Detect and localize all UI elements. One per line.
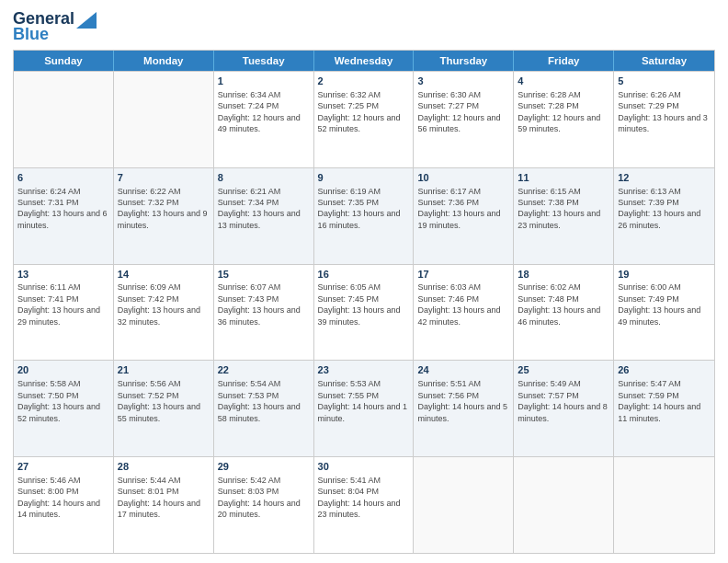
day-number: 9 <box>318 171 410 185</box>
day-number: 19 <box>618 268 711 282</box>
day-number: 16 <box>318 268 410 282</box>
cell-info: Sunrise: 6:05 AM Sunset: 7:45 PM Dayligh… <box>318 282 401 326</box>
calendar-cell: 3Sunrise: 6:30 AM Sunset: 7:27 PM Daylig… <box>414 72 514 167</box>
logo-icon <box>76 12 97 29</box>
day-number: 7 <box>118 171 210 185</box>
day-number: 20 <box>17 363 109 377</box>
cell-info: Sunrise: 6:26 AM Sunset: 7:29 PM Dayligh… <box>618 90 708 133</box>
cell-info: Sunrise: 5:42 AM Sunset: 8:03 PM Dayligh… <box>218 476 301 519</box>
calendar: SundayMondayTuesdayWednesdayThursdayFrid… <box>13 50 715 554</box>
day-number: 26 <box>618 363 711 377</box>
day-number: 18 <box>518 268 609 282</box>
cell-info: Sunrise: 6:19 AM Sunset: 7:35 PM Dayligh… <box>318 187 401 230</box>
cell-info: Sunrise: 6:28 AM Sunset: 7:28 PM Dayligh… <box>518 90 600 133</box>
cell-info: Sunrise: 5:54 AM Sunset: 7:53 PM Dayligh… <box>218 379 301 422</box>
calendar-cell: 27Sunrise: 5:46 AM Sunset: 8:00 PM Dayli… <box>14 457 114 553</box>
calendar-cell: 18Sunrise: 6:02 AM Sunset: 7:48 PM Dayli… <box>514 265 614 361</box>
day-number: 21 <box>118 363 210 377</box>
calendar-cell: 9Sunrise: 6:19 AM Sunset: 7:35 PM Daylig… <box>314 168 415 264</box>
logo: General Blue <box>13 9 97 44</box>
cell-info: Sunrise: 6:13 AM Sunset: 7:39 PM Dayligh… <box>618 187 700 230</box>
page: General Blue SundayMondayTuesdayWednesda… <box>0 0 728 563</box>
calendar-row-1: 6Sunrise: 6:24 AM Sunset: 7:31 PM Daylig… <box>14 167 714 264</box>
calendar-cell: 21Sunrise: 5:56 AM Sunset: 7:52 PM Dayli… <box>114 361 214 456</box>
calendar-cell: 11Sunrise: 6:15 AM Sunset: 7:38 PM Dayli… <box>514 168 614 264</box>
cell-info: Sunrise: 5:44 AM Sunset: 8:01 PM Dayligh… <box>118 476 200 519</box>
cell-info: Sunrise: 5:47 AM Sunset: 7:59 PM Dayligh… <box>618 379 700 422</box>
calendar-cell: 15Sunrise: 6:07 AM Sunset: 7:43 PM Dayli… <box>214 265 314 361</box>
cell-info: Sunrise: 6:09 AM Sunset: 7:42 PM Dayligh… <box>118 282 200 326</box>
calendar-cell: 2Sunrise: 6:32 AM Sunset: 7:25 PM Daylig… <box>314 72 415 167</box>
header-cell-tuesday: Tuesday <box>214 51 314 71</box>
day-number: 13 <box>17 268 109 282</box>
calendar-row-3: 20Sunrise: 5:58 AM Sunset: 7:50 PM Dayli… <box>14 360 714 456</box>
cell-info: Sunrise: 5:49 AM Sunset: 7:57 PM Dayligh… <box>518 379 608 422</box>
calendar-cell: 6Sunrise: 6:24 AM Sunset: 7:31 PM Daylig… <box>14 168 114 264</box>
calendar-header: SundayMondayTuesdayWednesdayThursdayFrid… <box>14 51 714 71</box>
day-number: 23 <box>318 363 410 377</box>
day-number: 14 <box>118 268 210 282</box>
calendar-cell: 4Sunrise: 6:28 AM Sunset: 7:28 PM Daylig… <box>514 72 614 167</box>
day-number: 4 <box>518 75 609 88</box>
cell-info: Sunrise: 6:03 AM Sunset: 7:46 PM Dayligh… <box>417 282 500 326</box>
calendar-cell <box>614 457 714 553</box>
calendar-cell: 19Sunrise: 6:00 AM Sunset: 7:49 PM Dayli… <box>614 265 714 361</box>
cell-info: Sunrise: 6:24 AM Sunset: 7:31 PM Dayligh… <box>17 187 108 230</box>
header-cell-friday: Friday <box>514 51 614 71</box>
day-number: 29 <box>218 460 310 474</box>
calendar-cell: 30Sunrise: 5:41 AM Sunset: 8:04 PM Dayli… <box>314 457 415 553</box>
header-cell-saturday: Saturday <box>614 51 714 71</box>
cell-info: Sunrise: 5:41 AM Sunset: 8:04 PM Dayligh… <box>318 476 401 519</box>
cell-info: Sunrise: 6:30 AM Sunset: 7:27 PM Dayligh… <box>417 90 500 133</box>
day-number: 22 <box>218 363 310 377</box>
calendar-cell <box>514 457 614 553</box>
day-number: 8 <box>218 171 310 185</box>
calendar-cell: 17Sunrise: 6:03 AM Sunset: 7:46 PM Dayli… <box>414 265 514 361</box>
header-cell-wednesday: Wednesday <box>314 51 415 71</box>
cell-info: Sunrise: 6:17 AM Sunset: 7:36 PM Dayligh… <box>417 187 500 230</box>
calendar-cell: 16Sunrise: 6:05 AM Sunset: 7:45 PM Dayli… <box>314 265 415 361</box>
cell-info: Sunrise: 5:56 AM Sunset: 7:52 PM Dayligh… <box>118 379 200 422</box>
header: General Blue <box>13 9 715 44</box>
calendar-cell: 12Sunrise: 6:13 AM Sunset: 7:39 PM Dayli… <box>614 168 714 264</box>
cell-info: Sunrise: 6:07 AM Sunset: 7:43 PM Dayligh… <box>218 282 301 326</box>
calendar-cell: 26Sunrise: 5:47 AM Sunset: 7:59 PM Dayli… <box>614 361 714 456</box>
cell-info: Sunrise: 6:32 AM Sunset: 7:25 PM Dayligh… <box>318 90 401 133</box>
calendar-cell <box>414 457 514 553</box>
calendar-cell: 25Sunrise: 5:49 AM Sunset: 7:57 PM Dayli… <box>514 361 614 456</box>
calendar-cell: 23Sunrise: 5:53 AM Sunset: 7:55 PM Dayli… <box>314 361 415 456</box>
day-number: 3 <box>417 75 509 88</box>
cell-info: Sunrise: 5:58 AM Sunset: 7:50 PM Dayligh… <box>17 379 100 422</box>
day-number: 15 <box>218 268 310 282</box>
day-number: 25 <box>518 363 609 377</box>
logo-blue: Blue <box>13 25 49 44</box>
cell-info: Sunrise: 6:15 AM Sunset: 7:38 PM Dayligh… <box>518 187 600 230</box>
calendar-cell: 29Sunrise: 5:42 AM Sunset: 8:03 PM Dayli… <box>214 457 314 553</box>
cell-info: Sunrise: 6:00 AM Sunset: 7:49 PM Dayligh… <box>618 282 700 326</box>
day-number: 17 <box>417 268 509 282</box>
header-cell-monday: Monday <box>114 51 214 71</box>
day-number: 6 <box>17 171 109 185</box>
calendar-cell: 14Sunrise: 6:09 AM Sunset: 7:42 PM Dayli… <box>114 265 214 361</box>
day-number: 1 <box>218 75 310 88</box>
calendar-cell: 8Sunrise: 6:21 AM Sunset: 7:34 PM Daylig… <box>214 168 314 264</box>
cell-info: Sunrise: 5:51 AM Sunset: 7:56 PM Dayligh… <box>417 379 507 422</box>
calendar-cell: 7Sunrise: 6:22 AM Sunset: 7:32 PM Daylig… <box>114 168 214 264</box>
calendar-row-4: 27Sunrise: 5:46 AM Sunset: 8:00 PM Dayli… <box>14 456 714 553</box>
day-number: 5 <box>618 75 711 88</box>
day-number: 2 <box>318 75 410 88</box>
calendar-body: 1Sunrise: 6:34 AM Sunset: 7:24 PM Daylig… <box>14 71 714 553</box>
day-number: 10 <box>417 171 509 185</box>
cell-info: Sunrise: 6:22 AM Sunset: 7:32 PM Dayligh… <box>118 187 208 230</box>
calendar-cell: 13Sunrise: 6:11 AM Sunset: 7:41 PM Dayli… <box>14 265 114 361</box>
day-number: 27 <box>17 460 109 474</box>
header-cell-sunday: Sunday <box>14 51 114 71</box>
day-number: 24 <box>417 363 509 377</box>
day-number: 28 <box>118 460 210 474</box>
calendar-cell: 5Sunrise: 6:26 AM Sunset: 7:29 PM Daylig… <box>614 72 714 167</box>
cell-info: Sunrise: 6:02 AM Sunset: 7:48 PM Dayligh… <box>518 282 600 326</box>
calendar-cell <box>114 72 214 167</box>
calendar-cell: 24Sunrise: 5:51 AM Sunset: 7:56 PM Dayli… <box>414 361 514 456</box>
calendar-cell: 22Sunrise: 5:54 AM Sunset: 7:53 PM Dayli… <box>214 361 314 456</box>
day-number: 30 <box>318 460 410 474</box>
